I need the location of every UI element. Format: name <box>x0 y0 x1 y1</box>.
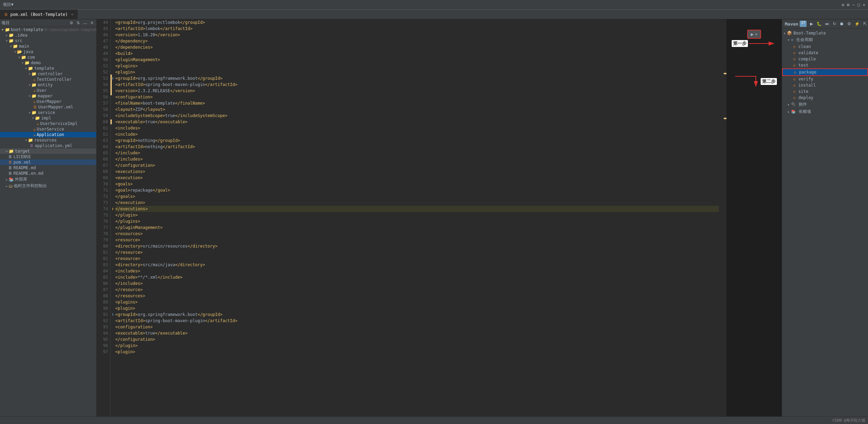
maven-lifecycle-package[interactable]: ◇package <box>782 68 868 76</box>
folder-icon-mapper: 📁 <box>31 94 37 98</box>
maven-settings-btn[interactable]: ⚙ <box>846 21 852 27</box>
folder-icon-resources: 📁 <box>28 138 33 143</box>
chevron-demo: ▾ <box>21 60 24 65</box>
maven-skip-btn[interactable]: ⏭ <box>824 21 831 27</box>
main-label: main <box>19 44 29 49</box>
line-number: 51 <box>97 63 108 69</box>
chevron-controller: ▾ <box>28 71 31 76</box>
sidebar-item-application[interactable]: ☕ Application <box>0 132 96 137</box>
maven-lifecycle-deploy[interactable]: ◇deploy <box>782 95 868 101</box>
line-number: 96 <box>97 343 108 349</box>
sidebar-item-usermapper-xml[interactable]: 🗎 UserMapper.xml <box>0 104 96 110</box>
extlibs-icon: 📚 <box>9 177 14 182</box>
toolbar-icons: ⚙ ⊞ — □ ✕ <box>842 2 865 7</box>
sidebar-item-license[interactable]: 🗎 LICENSE <box>0 154 96 160</box>
project-menu[interactable]: 项目▼ <box>3 2 13 8</box>
sidebar-item-usermapper[interactable]: ☕ UserMapper <box>0 99 96 104</box>
maven-run-btn[interactable]: ▶ <box>809 21 815 27</box>
tab-close[interactable]: ✕ <box>71 12 73 16</box>
layout-icon[interactable]: ⊞ <box>847 2 849 7</box>
sidebar-item-target[interactable]: ▾ 📁 target <box>0 148 96 154</box>
maven-lifecycle-site[interactable]: ◇site <box>782 88 868 95</box>
maven-lifecycle-clean[interactable]: ◇clean <box>782 44 868 50</box>
impl-label: impl <box>41 116 51 121</box>
tree-root[interactable]: ▾ 📁 boot-template D:\develop\boot-templa… <box>0 27 96 32</box>
maven-root-item[interactable]: ▾ 📦 Boot-Template <box>782 30 868 36</box>
sidebar-item-demo[interactable]: ▾ 📁 demo <box>0 60 96 66</box>
code-line: </plugin> <box>115 343 719 349</box>
idea-label: .idea <box>15 33 27 38</box>
sidebar-item-java[interactable]: ▾ 📂 java <box>0 49 96 55</box>
folder-icon-target: 📁 <box>9 149 14 154</box>
sidebar-item-testcontroller[interactable]: ☕ TestController <box>0 77 96 82</box>
minimize-icon[interactable]: □ <box>858 2 860 7</box>
warning-marker: ! <box>113 207 113 211</box>
sidebar-item-pomxml[interactable]: 🗎 pom.xml <box>0 160 96 165</box>
code-area[interactable]: <groupId>org.projectlombok</groupId> <ar… <box>113 19 722 416</box>
line-number: 52 <box>97 69 108 75</box>
code-line: <executable>true</executable> <box>115 119 719 125</box>
sidebar-item-userserviceimpl[interactable]: ☕ UserServiceImpl <box>0 121 96 126</box>
sidebar-item-entity[interactable]: ▾ 📁 entity <box>0 82 96 88</box>
deps-folder-icon: 📚 <box>791 109 796 114</box>
maven-lifecycle-install[interactable]: ◇install <box>782 82 868 88</box>
chevron-impl: ▾ <box>32 116 34 121</box>
sidebar-collapse-btn[interactable]: — <box>82 20 88 26</box>
lifecycle-icon-verify: ◇ <box>793 77 796 81</box>
code-line: </include> <box>115 150 719 156</box>
line-number: 75 <box>97 212 108 218</box>
line-number: 65 <box>97 150 108 156</box>
maven-lifecycle-test[interactable]: ◇test <box>782 62 868 68</box>
sidebar-item-extlibs[interactable]: ▸ 📚 外部库 <box>0 176 96 183</box>
sidebar-item-template[interactable]: ▾ 📁 template <box>0 66 96 71</box>
lifecycle-label-package: package <box>799 70 817 75</box>
sidebar-item-com[interactable]: ▾ 📁 com <box>0 55 96 60</box>
maven-lifecycle-section[interactable]: ▾ ⚙ 生命周期 <box>782 36 868 44</box>
maven-lifecycle-verify[interactable]: ◇verify <box>782 76 868 82</box>
maven-collapse-all-btn[interactable]: ⇱ <box>862 21 868 27</box>
code-line: </includes> <box>115 280 719 287</box>
sidebar-item-tempfiles[interactable]: ▸ 🗂 临时文件和控制台 <box>0 183 96 189</box>
line-number: 88 <box>97 293 108 299</box>
maven-lifecycle-validate[interactable]: ◇validate <box>782 50 868 56</box>
sidebar-item-appyml[interactable]: 🗎 application.yml <box>0 143 96 148</box>
sidebar-expand-btn[interactable]: ⇅ <box>75 20 81 26</box>
sidebar-item-userservice[interactable]: ☕ UserService <box>0 126 96 132</box>
sidebar-item-resources[interactable]: ▾ 📁 resources <box>0 137 96 143</box>
sidebar-item-idea[interactable]: ▸ 📁 .idea <box>0 32 96 38</box>
close-icon[interactable]: ✕ <box>863 2 865 7</box>
line-number: 63 <box>97 137 108 144</box>
sidebar-item-user[interactable]: ☕ User <box>0 88 96 93</box>
sidebar-item-service[interactable]: ▾ 📁 service <box>0 110 96 115</box>
sidebar-item-controller[interactable]: ▾ 📁 controller <box>0 71 96 77</box>
maven-deps-section[interactable]: ▸ 📚 依赖项 <box>782 108 868 115</box>
sidebar-close-btn[interactable]: ✕ <box>89 20 95 26</box>
maven-stop-btn[interactable]: ⏹ <box>838 21 845 27</box>
folder-icon-controller: 📁 <box>31 71 37 76</box>
sidebar-settings-btn[interactable]: ⚙ <box>68 20 75 26</box>
maven-chevron-root: ▾ <box>783 31 786 35</box>
sidebar-item-main[interactable]: ▾ 📁 main <box>0 44 96 49</box>
folder-icon-com: 📁 <box>21 55 26 60</box>
status-right: CSDN @每天吃八顿 <box>832 418 865 423</box>
sidebar-item-src[interactable]: ▾ 📁 src <box>0 38 96 44</box>
maven-execute-btn[interactable]: ⚡ <box>853 21 861 27</box>
sidebar-item-mapper[interactable]: ▾ 📁 mapper <box>0 93 96 99</box>
settings-icon[interactable]: ⚙ <box>842 2 844 7</box>
maven-debug-btn[interactable]: 🐛 <box>815 21 823 27</box>
arrow-down-right <box>732 75 759 88</box>
pom-label: pom.xml <box>13 160 31 165</box>
line-number: 92 <box>97 318 108 324</box>
sidebar-item-impl[interactable]: ▾ 📁 impl <box>0 115 96 121</box>
maven-lifecycle-compile[interactable]: ◇compile <box>782 56 868 62</box>
collapse-icon[interactable]: — <box>852 2 855 7</box>
sidebar-item-readme-en[interactable]: 🗎 README.en.md <box>0 171 96 176</box>
lifecycle-label-compile: compile <box>798 57 816 61</box>
code-line: <groupId>org.projectlombok</groupId> <box>115 19 719 26</box>
maven-plugins-section[interactable]: ▸ 🔌 插件 <box>782 101 868 108</box>
maven-refresh-btn[interactable]: ↻ <box>831 21 838 27</box>
tab-pom[interactable]: 🗎 pom.xml (Boot-Template) ✕ <box>0 10 78 19</box>
lifecycle-label-site: site <box>798 89 808 94</box>
root-folder-icon: 📁 <box>5 27 10 32</box>
sidebar-item-readme[interactable]: 🗎 README.md <box>0 165 96 171</box>
